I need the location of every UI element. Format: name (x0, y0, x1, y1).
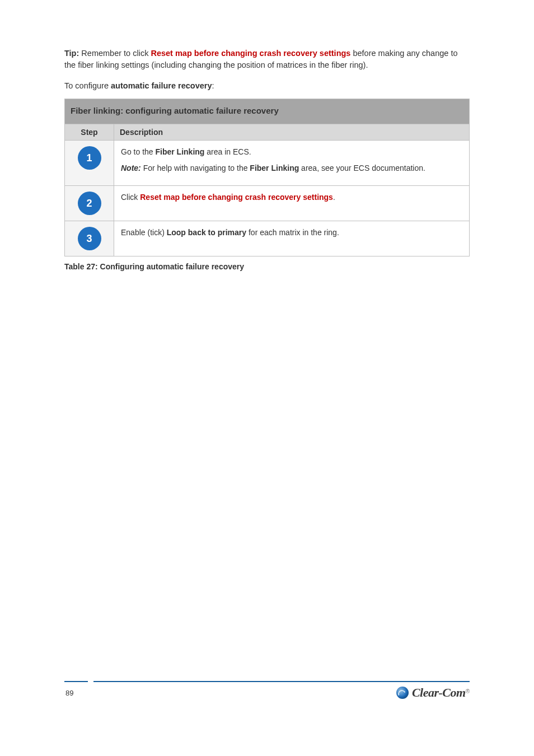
row1-note-before: For help with navigating to the (143, 164, 250, 172)
table-title-row: Fiber linking: configuring automatic fai… (65, 99, 470, 124)
row1-p1-bold: Fiber Linking (155, 147, 204, 156)
intro2-bold: automatic failure recovery (111, 81, 212, 90)
step-badge: 3 (78, 227, 101, 250)
footer-rule (64, 681, 470, 682)
row3-before: Enable (tick) (121, 228, 167, 237)
header-step: Step (65, 124, 114, 141)
intro2-paragraph: To configure automatic failure recovery: (64, 80, 470, 92)
step-cell: 3 (65, 221, 114, 256)
desc-cell: Enable (tick) Loop back to primary for e… (114, 221, 470, 256)
intro2-suffix: : (212, 81, 214, 90)
page-footer: 89 Clear-Com® (0, 681, 534, 700)
row2-red: Reset map before changing crash recovery… (140, 193, 333, 202)
intro2-prefix: To configure (64, 81, 111, 90)
desc-cell: Go to the Fiber Linking area in ECS. Not… (114, 141, 470, 186)
intro-paragraph: Tip: Remember to click Reset map before … (64, 48, 470, 72)
page-number: 89 (64, 689, 73, 697)
desc-cell: Click Reset map before changing crash re… (114, 186, 470, 221)
intro-text-before: Remember to click (79, 49, 151, 58)
table-row: 3 Enable (tick) Loop back to primary for… (65, 221, 470, 256)
globe-icon (396, 687, 409, 699)
brand-logo: Clear-Com® (396, 685, 470, 700)
table-header-row: Step Description (65, 124, 470, 141)
row1-note-after: area, see your ECS documentation. (299, 164, 425, 172)
table-row: 2 Click Reset map before changing crash … (65, 186, 470, 221)
row1-p1-after: area in ECS. (204, 147, 251, 156)
table-title: Fiber linking: configuring automatic fai… (71, 106, 279, 115)
intro-red-text: Reset map before changing crash recovery… (151, 49, 350, 58)
row3-after: for each matrix in the ring. (246, 228, 339, 237)
row1-note-bold: Fiber Linking (250, 164, 299, 172)
note-label: Note: (121, 164, 141, 172)
table-row: 1 Go to the Fiber Linking area in ECS. N… (65, 141, 470, 186)
registered-mark: ® (466, 688, 470, 694)
step-badge: 1 (78, 146, 101, 170)
tip-label: Tip: (64, 49, 79, 58)
steps-table: Fiber linking: configuring automatic fai… (64, 99, 470, 256)
step-badge: 2 (78, 192, 101, 215)
step-cell: 2 (65, 186, 114, 221)
table-caption: Table 27: Configuring automatic failure … (64, 262, 470, 271)
row3-bold: Loop back to primary (167, 228, 246, 237)
row1-p1-before: Go to the (121, 147, 155, 156)
row2-after: . (333, 193, 335, 202)
step-cell: 1 (65, 141, 114, 186)
row2-before: Click (121, 193, 140, 202)
brand-text: Clear-Com (412, 685, 466, 699)
header-desc: Description (114, 124, 470, 141)
